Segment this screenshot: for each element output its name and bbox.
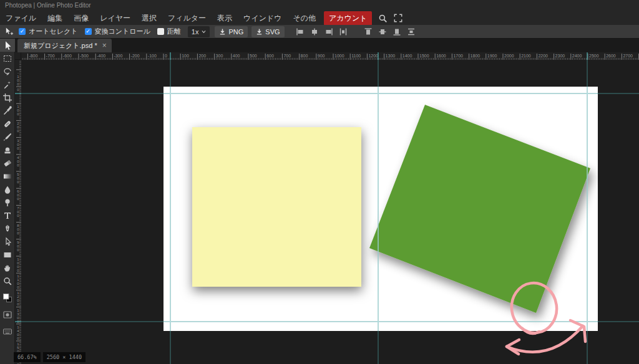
annotation-arrow-head — [507, 340, 519, 347]
eyedropper-tool[interactable] — [0, 104, 15, 117]
account-button[interactable]: アカウント — [324, 11, 372, 26]
lasso-tool[interactable] — [0, 65, 15, 78]
document-dimensions: 2560 × 1440 — [43, 352, 85, 362]
svg-text:-100: -100 — [148, 54, 157, 58]
pixel-ratio-select[interactable]: 1x — [188, 26, 210, 37]
svg-text:0: 0 — [17, 112, 19, 116]
checkbox-option-1[interactable]: ✓変換コントロール — [85, 27, 150, 36]
svg-text:2200: 2200 — [538, 54, 548, 58]
checkbox-icon[interactable]: ✓ — [85, 28, 92, 35]
checkbox-option-0[interactable]: ✓オートセレクト — [19, 27, 78, 36]
document-tab-bar: 新規プロジェクト.psd * × — [15, 39, 639, 52]
fullscreen-icon[interactable] — [394, 14, 402, 22]
pen-tool[interactable] — [0, 222, 15, 235]
brush-tool[interactable] — [0, 130, 15, 143]
distribute-h-icon[interactable] — [339, 27, 348, 36]
align-center-h-icon[interactable] — [310, 27, 319, 36]
quick-mask-icon[interactable] — [0, 308, 15, 321]
menu-item-0[interactable]: ファイル — [0, 11, 42, 26]
zoom-level[interactable]: 66.67% — [14, 352, 41, 362]
download-icon — [256, 28, 263, 36]
photopea-app: Photopea | Online Photo Editor ファイル編集画像レ… — [0, 0, 639, 364]
svg-text:0: 0 — [17, 163, 19, 167]
align-bottom-icon[interactable] — [393, 27, 401, 36]
chevron-down-icon — [202, 30, 206, 34]
checkbox-icon[interactable] — [157, 28, 164, 35]
pixel-ratio-value: 1x — [192, 28, 199, 36]
dodge-tool[interactable] — [0, 196, 15, 209]
vertical-ruler[interactable]: -100010020030040050060070080090010001100… — [15, 60, 21, 364]
svg-text:1500: 1500 — [419, 54, 429, 58]
marquee-tool[interactable] — [0, 52, 15, 65]
ruler-corner — [15, 52, 21, 60]
type-tool[interactable] — [0, 209, 15, 222]
horizontal-ruler[interactable]: -900-800-700-600-500-400-300-200-1000100… — [15, 52, 639, 60]
move-tool[interactable] — [0, 39, 15, 52]
align-left-icon[interactable] — [296, 27, 305, 36]
align-right-icon[interactable] — [324, 27, 333, 36]
path-select-tool[interactable] — [0, 235, 15, 248]
svg-text:-400: -400 — [97, 54, 105, 58]
svg-text:0: 0 — [17, 285, 19, 289]
color-swatches[interactable] — [0, 291, 15, 304]
zoom-tool[interactable] — [0, 274, 15, 287]
svg-text:0: 0 — [17, 214, 19, 218]
eraser-tool[interactable] — [0, 156, 15, 170]
svg-text:-500: -500 — [80, 54, 89, 58]
svg-text:2400: 2400 — [572, 54, 582, 58]
annotation-arrow-head — [584, 327, 585, 342]
menu-item-7[interactable]: ウインドウ — [238, 11, 287, 26]
menu-item-8[interactable]: その他 — [288, 11, 322, 26]
healing-tool[interactable] — [0, 117, 15, 130]
svg-text:2600: 2600 — [606, 54, 616, 58]
search-icon[interactable] — [378, 14, 388, 23]
blur-tool[interactable] — [0, 183, 15, 196]
align-icon-group — [296, 27, 416, 36]
menu-item-5[interactable]: フィルター — [162, 11, 212, 26]
svg-text:1900: 1900 — [487, 54, 497, 58]
svg-export-button[interactable]: SVG — [251, 26, 284, 37]
hand-tool[interactable] — [0, 261, 15, 274]
distribute-v-icon[interactable] — [407, 27, 416, 36]
svg-text:0: 0 — [17, 248, 19, 252]
checkbox-option-2[interactable]: 距離 — [157, 27, 181, 36]
menu-item-1[interactable]: 編集 — [42, 11, 68, 26]
tool-options-bar: ✓オートセレクト✓変換コントロール距離 1x PNG SVG — [0, 25, 639, 39]
svg-text:1400: 1400 — [402, 54, 412, 58]
menu-item-2[interactable]: 画像 — [68, 11, 94, 26]
window-title: Photopea | Online Photo Editor — [0, 0, 639, 11]
menu-item-4[interactable]: 選択 — [136, 11, 162, 26]
document-tab[interactable]: 新規プロジェクト.psd * × — [17, 39, 112, 52]
rectangle-tool[interactable] — [0, 248, 15, 261]
svg-text:2100: 2100 — [521, 54, 531, 58]
svg-text:0: 0 — [165, 54, 167, 58]
menu-item-6[interactable]: 表示 — [212, 11, 238, 26]
svg-text:400: 400 — [233, 54, 240, 58]
gradient-tool[interactable] — [0, 170, 15, 183]
tool-sidebar — [0, 39, 15, 364]
menu-item-3[interactable]: レイヤー — [94, 11, 136, 26]
svg-text:-300: -300 — [114, 54, 122, 58]
png-export-button[interactable]: PNG — [215, 26, 248, 37]
svg-text:1600: 1600 — [436, 54, 446, 58]
align-middle-icon[interactable] — [378, 27, 387, 36]
svg-text:1300: 1300 — [386, 54, 396, 58]
svg-text:500: 500 — [250, 54, 257, 58]
svg-text:2700: 2700 — [623, 54, 633, 58]
keyboard-shortcuts-icon[interactable] — [0, 325, 15, 338]
svg-text:600: 600 — [266, 54, 274, 58]
magic-wand-tool[interactable] — [0, 78, 15, 91]
move-cursor-icon — [4, 27, 14, 36]
clone-stamp-tool[interactable] — [0, 143, 15, 156]
svg-text:2500: 2500 — [589, 54, 599, 58]
canvas-viewport[interactable] — [21, 60, 639, 364]
svg-text:1700: 1700 — [453, 54, 463, 58]
crop-tool[interactable] — [0, 91, 15, 104]
svg-text:300: 300 — [216, 54, 223, 58]
checkbox-label: 変換コントロール — [95, 27, 150, 36]
svg-text:0: 0 — [17, 302, 19, 306]
svg-text:900: 900 — [318, 54, 325, 58]
align-top-icon[interactable] — [364, 27, 373, 36]
checkbox-icon[interactable]: ✓ — [19, 28, 26, 35]
tab-close-icon[interactable]: × — [102, 42, 107, 49]
